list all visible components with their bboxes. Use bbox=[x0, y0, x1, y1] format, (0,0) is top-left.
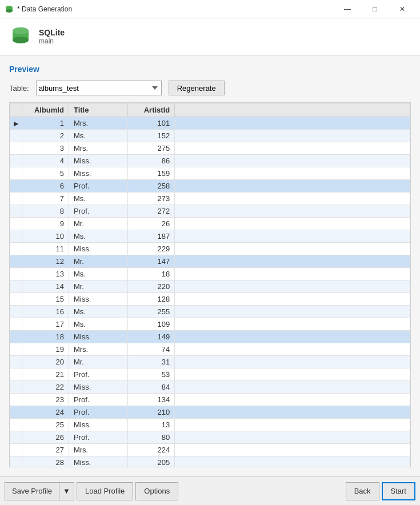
cell-albumid: 15 bbox=[22, 293, 69, 306]
cell-extra bbox=[175, 167, 410, 180]
table-row[interactable]: 26Prof.80 bbox=[10, 431, 410, 444]
table-row[interactable]: 21Prof.53 bbox=[10, 368, 410, 381]
cell-extra bbox=[175, 419, 410, 431]
start-button[interactable]: Start bbox=[382, 482, 415, 500]
table-row[interactable]: 28Miss.205 bbox=[10, 456, 410, 467]
row-arrow-cell bbox=[10, 394, 22, 406]
row-arrow-cell bbox=[10, 381, 22, 394]
table-row[interactable]: 25Miss.13 bbox=[10, 419, 410, 431]
cell-title: Ms. bbox=[69, 230, 127, 243]
db-info: SQLite main bbox=[39, 28, 65, 45]
table-row[interactable]: 13Ms.18 bbox=[10, 268, 410, 280]
table-row[interactable]: 3Mrs.275 bbox=[10, 142, 410, 155]
row-arrow-cell bbox=[10, 293, 22, 306]
options-button[interactable]: Options bbox=[135, 482, 178, 500]
table-row[interactable]: 4Miss.86 bbox=[10, 155, 410, 167]
cell-artistid: 147 bbox=[127, 255, 174, 268]
cell-albumid: 21 bbox=[22, 368, 69, 381]
table-row[interactable]: 17Ms.109 bbox=[10, 318, 410, 331]
cell-artistid: 74 bbox=[127, 343, 174, 356]
table-row[interactable]: 5Miss.159 bbox=[10, 167, 410, 180]
cell-title: Miss. bbox=[69, 243, 127, 255]
row-arrow-cell bbox=[10, 167, 22, 180]
table-row[interactable]: 9Mr.26 bbox=[10, 218, 410, 230]
table-row[interactable]: 15Miss.128 bbox=[10, 293, 410, 306]
window-title: * Data Generation bbox=[17, 5, 72, 13]
table-scroll[interactable]: AlbumId Title ArtistId ▶1Mrs.1012Ms.1523… bbox=[10, 103, 410, 467]
close-button[interactable]: ✕ bbox=[389, 0, 415, 18]
svg-point-6 bbox=[13, 27, 29, 34]
row-arrow-cell bbox=[10, 444, 22, 456]
row-arrow-cell bbox=[10, 218, 22, 230]
cell-title: Prof. bbox=[69, 406, 127, 419]
table-row[interactable]: 23Prof.134 bbox=[10, 394, 410, 406]
table-row[interactable]: ▶1Mrs.101 bbox=[10, 117, 410, 130]
maximize-button[interactable]: □ bbox=[362, 0, 388, 18]
table-row[interactable]: 20Mr.31 bbox=[10, 356, 410, 368]
table-row[interactable]: 27Mrs.224 bbox=[10, 444, 410, 456]
cell-title: Prof. bbox=[69, 394, 127, 406]
cell-albumid: 27 bbox=[22, 444, 69, 456]
save-profile-group: Save Profile ▼ bbox=[5, 482, 74, 500]
cell-albumid: 10 bbox=[22, 230, 69, 243]
svg-point-5 bbox=[13, 37, 29, 43]
row-arrow-cell bbox=[10, 205, 22, 218]
cell-title: Prof. bbox=[69, 180, 127, 193]
table-row[interactable]: 22Miss.84 bbox=[10, 381, 410, 394]
row-arrow-cell bbox=[10, 406, 22, 419]
cell-extra bbox=[175, 368, 410, 381]
cell-artistid: 159 bbox=[127, 167, 174, 180]
data-table: AlbumId Title ArtistId ▶1Mrs.1012Ms.1523… bbox=[10, 103, 410, 467]
regenerate-button[interactable]: Regenerate bbox=[169, 81, 225, 95]
table-row[interactable]: 14Mr.220 bbox=[10, 280, 410, 293]
cell-artistid: 258 bbox=[127, 180, 174, 193]
table-label: Table: bbox=[9, 84, 29, 93]
cell-extra bbox=[175, 193, 410, 205]
cell-title: Miss. bbox=[69, 331, 127, 343]
load-profile-button[interactable]: Load Profile bbox=[77, 482, 133, 500]
cell-albumid: 2 bbox=[22, 130, 69, 142]
cell-extra bbox=[175, 381, 410, 394]
table-row[interactable]: 24Prof.210 bbox=[10, 406, 410, 419]
col-header-extra bbox=[175, 103, 410, 117]
table-row[interactable]: 2Ms.152 bbox=[10, 130, 410, 142]
table-row[interactable]: 10Ms.187 bbox=[10, 230, 410, 243]
cell-extra bbox=[175, 318, 410, 331]
cell-albumid: 8 bbox=[22, 205, 69, 218]
save-profile-button[interactable]: Save Profile bbox=[5, 482, 59, 500]
row-arrow-cell: ▶ bbox=[10, 117, 22, 130]
cell-title: Ms. bbox=[69, 306, 127, 318]
row-arrow-cell bbox=[10, 431, 22, 444]
table-row[interactable]: 6Prof.258 bbox=[10, 180, 410, 193]
col-header-title: Title bbox=[69, 103, 127, 117]
cell-artistid: 220 bbox=[127, 280, 174, 293]
cell-artistid: 109 bbox=[127, 318, 174, 331]
app-icon bbox=[5, 5, 14, 14]
cell-albumid: 18 bbox=[22, 331, 69, 343]
cell-extra bbox=[175, 293, 410, 306]
cell-artistid: 152 bbox=[127, 130, 174, 142]
save-profile-dropdown-button[interactable]: ▼ bbox=[59, 482, 74, 500]
cell-title: Mrs. bbox=[69, 142, 127, 155]
table-row[interactable]: 12Mr.147 bbox=[10, 255, 410, 268]
cell-artistid: 53 bbox=[127, 368, 174, 381]
cell-title: Ms. bbox=[69, 318, 127, 331]
table-row[interactable]: 16Ms.255 bbox=[10, 306, 410, 318]
cell-extra bbox=[175, 230, 410, 243]
table-row[interactable]: 18Miss.149 bbox=[10, 331, 410, 343]
cell-artistid: 101 bbox=[127, 117, 174, 130]
minimize-button[interactable]: — bbox=[334, 0, 361, 18]
table-row[interactable]: 19Mrs.74 bbox=[10, 343, 410, 356]
cell-extra bbox=[175, 331, 410, 343]
back-button[interactable]: Back bbox=[346, 482, 379, 500]
table-row[interactable]: 7Ms.273 bbox=[10, 193, 410, 205]
cell-extra bbox=[175, 456, 410, 467]
cell-title: Miss. bbox=[69, 419, 127, 431]
table-row[interactable]: 8Prof.272 bbox=[10, 205, 410, 218]
table-row[interactable]: 11Miss.229 bbox=[10, 243, 410, 255]
table-select[interactable]: albums_test bbox=[36, 81, 162, 95]
cell-extra bbox=[175, 130, 410, 142]
cell-title: Mrs. bbox=[69, 444, 127, 456]
cell-artistid: 84 bbox=[127, 381, 174, 394]
cell-albumid: 13 bbox=[22, 268, 69, 280]
